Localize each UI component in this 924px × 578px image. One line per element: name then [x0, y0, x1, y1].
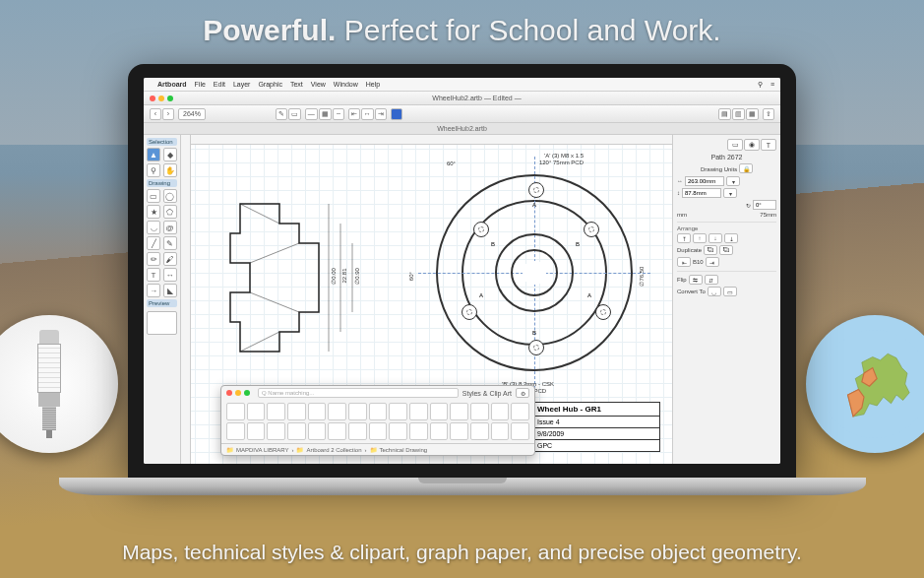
- menu-file[interactable]: File: [195, 81, 206, 88]
- bring-forward-button[interactable]: ↑: [693, 233, 707, 243]
- nav-back-button[interactable]: ‹: [150, 108, 161, 120]
- style-swatch[interactable]: [247, 403, 266, 420]
- flip-v-button[interactable]: ⇵: [705, 275, 718, 285]
- hub-profile-drawing[interactable]: ∅0.00 22.81 ∅0.90: [220, 184, 368, 381]
- inspector-tab-geometry[interactable]: ▭: [727, 139, 743, 151]
- style-swatch[interactable]: [409, 403, 428, 420]
- inspector-button[interactable]: ▦: [746, 108, 759, 120]
- stroke-style-button[interactable]: —: [305, 108, 318, 120]
- menu-layer[interactable]: Layer: [233, 81, 251, 88]
- arrow-tool[interactable]: →: [147, 284, 160, 297]
- select-tool[interactable]: ▲: [147, 148, 160, 161]
- menu-edit[interactable]: Edit: [214, 81, 225, 88]
- tab-document[interactable]: WheelHub2.artb: [437, 125, 487, 132]
- search-icon[interactable]: ⚲: [758, 81, 763, 89]
- app-name[interactable]: Artboard: [157, 81, 187, 88]
- close-button[interactable]: [150, 96, 155, 101]
- style-swatch[interactable]: [450, 422, 468, 440]
- style-swatch[interactable]: [491, 422, 510, 440]
- send-backward-button[interactable]: ↓: [708, 233, 722, 243]
- styles-breadcrumb[interactable]: 📁MAPDIVA LIBRARY› 📁Artboard 2 Collection…: [221, 443, 534, 455]
- style-swatch[interactable]: [369, 403, 388, 420]
- tool-pen-icon[interactable]: ✎: [276, 108, 287, 120]
- align-l-button[interactable]: ⇤: [677, 257, 691, 267]
- styles-search-field[interactable]: Q Name matching...: [258, 388, 459, 398]
- style-swatch[interactable]: [328, 403, 346, 420]
- rect-tool[interactable]: ▭: [147, 189, 160, 203]
- polygon-tool[interactable]: ⬠: [163, 205, 177, 219]
- arc-tool[interactable]: ◡: [147, 221, 160, 234]
- style-swatch[interactable]: [287, 422, 306, 440]
- panel-minimize-button[interactable]: [235, 390, 241, 396]
- direct-select-tool[interactable]: ◆: [163, 148, 177, 161]
- style-swatch[interactable]: [430, 422, 449, 440]
- style-swatch[interactable]: [450, 403, 468, 420]
- menu-window[interactable]: Window: [334, 81, 358, 88]
- style-swatch[interactable]: [287, 403, 306, 420]
- menu-view[interactable]: View: [311, 81, 326, 88]
- style-swatch[interactable]: [247, 422, 266, 440]
- units-lock-icon[interactable]: 🔒: [739, 163, 753, 173]
- panel-close-button[interactable]: [226, 390, 232, 396]
- convert-path-button[interactable]: ◡: [708, 287, 721, 296]
- style-swatch[interactable]: [308, 422, 327, 440]
- horizontal-ruler[interactable]: [181, 135, 672, 145]
- menu-help[interactable]: Help: [366, 81, 380, 88]
- library-button[interactable]: ▥: [732, 108, 745, 120]
- menu-graphic[interactable]: Graphic: [258, 81, 282, 88]
- align-center-button[interactable]: ↔: [361, 108, 374, 120]
- text-tool[interactable]: T: [147, 268, 160, 282]
- nav-forward-button[interactable]: ›: [162, 108, 174, 120]
- style-swatch[interactable]: [511, 403, 529, 420]
- send-back-button[interactable]: ⤓: [724, 233, 738, 243]
- styles-clipart-panel[interactable]: Q Name matching... Styles & Clip Art ⚙ 📁…: [220, 385, 535, 456]
- dash-style-button[interactable]: ┈: [333, 108, 344, 120]
- height-field[interactable]: [682, 188, 721, 198]
- height-stepper[interactable]: ▾: [723, 188, 737, 198]
- style-swatch[interactable]: [491, 403, 510, 420]
- pencil-tool[interactable]: ✏: [147, 252, 160, 266]
- style-swatch[interactable]: [348, 403, 367, 420]
- style-swatch[interactable]: [389, 422, 407, 440]
- duplicate-v-button[interactable]: ⿻: [719, 245, 733, 255]
- style-swatch[interactable]: [328, 422, 346, 440]
- minimize-button[interactable]: [158, 96, 164, 101]
- spiral-tool[interactable]: @: [163, 221, 177, 234]
- style-swatch[interactable]: [430, 403, 449, 420]
- zoom-level[interactable]: 264%: [178, 108, 206, 120]
- macos-menubar[interactable]: Artboard File Edit Layer Graphic Text Vi…: [144, 78, 780, 92]
- style-swatch[interactable]: [267, 403, 285, 420]
- vertical-ruler[interactable]: [181, 135, 191, 464]
- zoom-button[interactable]: [167, 96, 173, 101]
- tool-shape-icon[interactable]: ▭: [288, 108, 301, 120]
- dimension-tool[interactable]: ↔: [163, 268, 177, 282]
- convert-shape-button[interactable]: ▭: [723, 287, 737, 296]
- style-swatch[interactable]: [369, 422, 388, 440]
- line-tool[interactable]: ╱: [147, 236, 160, 250]
- duplicate-h-button[interactable]: ⿻: [704, 245, 717, 255]
- callout-tool[interactable]: ◣: [163, 284, 177, 297]
- style-swatch[interactable]: [389, 403, 407, 420]
- inspector-tab-text[interactable]: T: [761, 139, 776, 151]
- align-right-button[interactable]: ⇥: [375, 108, 387, 120]
- ellipse-tool[interactable]: ◯: [163, 189, 177, 203]
- style-swatch[interactable]: [226, 422, 245, 440]
- style-swatch[interactable]: [308, 403, 327, 420]
- color-picker-button[interactable]: [391, 108, 402, 120]
- document-tabs[interactable]: WheelHub2.artb: [144, 123, 780, 135]
- style-swatch[interactable]: [226, 403, 245, 420]
- layers-button[interactable]: ▤: [718, 108, 731, 120]
- width-stepper[interactable]: ▾: [726, 176, 740, 186]
- inspector-tab-style[interactable]: ◉: [744, 139, 760, 151]
- fill-style-button[interactable]: ▦: [319, 108, 332, 120]
- hand-tool[interactable]: ✋: [163, 163, 177, 177]
- style-swatch[interactable]: [409, 422, 428, 440]
- star-tool[interactable]: ★: [147, 205, 160, 219]
- style-swatch[interactable]: [511, 422, 529, 440]
- align-r-button[interactable]: ⇥: [706, 257, 719, 267]
- style-swatch[interactable]: [348, 422, 367, 440]
- panel-options-button[interactable]: ⚙: [516, 388, 529, 398]
- hub-face-drawing[interactable]: A B B A A B: [436, 174, 633, 371]
- style-swatch[interactable]: [470, 403, 489, 420]
- bring-front-button[interactable]: ⤒: [677, 233, 691, 243]
